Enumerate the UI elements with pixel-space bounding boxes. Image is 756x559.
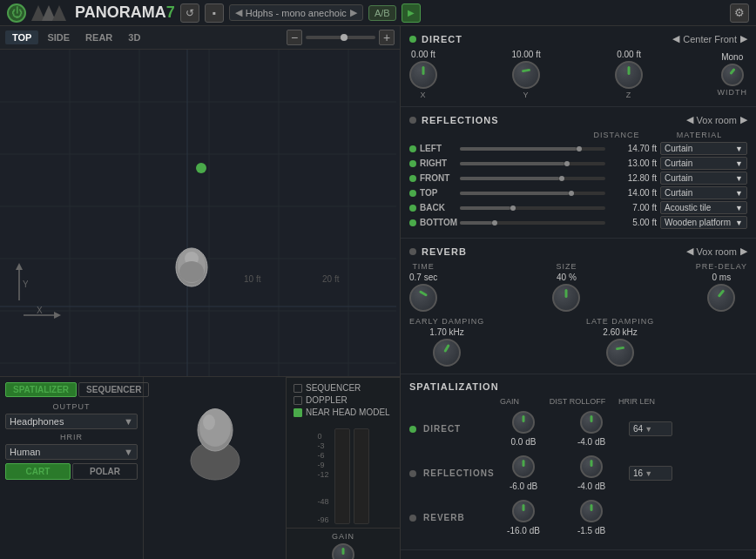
spat-row-direct: DIRECT 0.0 dB -4.0 dB 64 ▼	[409, 409, 747, 448]
direct-y-value: 10.00 ft	[511, 50, 540, 59]
svg-marker-24	[54, 312, 61, 319]
svg-point-19	[179, 261, 204, 282]
reverb-preset-prev[interactable]: ◀	[686, 246, 693, 257]
spat-hrir-reflections[interactable]: 16 ▼	[629, 466, 672, 481]
refl-preset-prev[interactable]: ◀	[686, 114, 693, 125]
reverb-predelay-group: PRE-DELAY 0 ms	[696, 262, 747, 312]
spat-dist-val-reverb: -1.5 dB	[577, 526, 605, 535]
doppler-row: DOPPLER	[294, 395, 393, 405]
refl-slider-left[interactable]	[460, 147, 605, 151]
reverb-predelay-knob[interactable]	[707, 284, 735, 312]
reverb-time-knob[interactable]	[409, 284, 437, 312]
refl-slider-bottom[interactable]	[460, 221, 605, 225]
direct-y-knob[interactable]	[512, 61, 540, 89]
refl-material-left[interactable]: Curtain ▼	[660, 142, 747, 155]
tab-side[interactable]: SIDE	[40, 30, 77, 44]
spat-dist-knob-reverb[interactable]	[580, 500, 603, 522]
settings-button[interactable]: ▪	[205, 3, 224, 23]
power-button[interactable]: ⏻	[7, 3, 26, 23]
spat-dist-val-direct: -4.0 dB	[577, 437, 605, 447]
direct-preset[interactable]: ◀ Center Front ▶	[672, 33, 747, 44]
svg-marker-21	[16, 263, 23, 270]
refl-slider-top[interactable]	[460, 192, 605, 195]
direct-x-knob[interactable]	[409, 61, 437, 89]
near-head-checkbox[interactable]	[294, 408, 302, 417]
output-dropdown[interactable]: Headphones ▼	[5, 414, 138, 429]
reflections-header: REFLECTIONS ◀ Vox room ▶	[409, 114, 747, 125]
spat-gain-group-direct: 0.0 dB	[493, 411, 554, 447]
cart-tab[interactable]: CART	[5, 463, 71, 480]
tab-rear[interactable]: REAR	[78, 30, 119, 44]
polar-tab[interactable]: POLAR	[72, 463, 138, 480]
main-layout: TOP SIDE REAR 3D − +	[0, 26, 756, 559]
sequencer-checkbox[interactable]	[294, 384, 302, 393]
reverb-latedamp-knob[interactable]	[606, 339, 634, 367]
reverb-preset-next[interactable]: ▶	[740, 246, 747, 257]
refl-distance-header: DISTANCE	[582, 131, 651, 139]
source-object[interactable]	[196, 163, 206, 173]
preset-next-icon[interactable]: ▶	[350, 7, 357, 18]
reverb-predelay-label: PRE-DELAY	[696, 262, 747, 271]
reset-button[interactable]: ↺	[180, 3, 199, 23]
spat-gain-header: GAIN	[479, 397, 540, 406]
reverb-preset[interactable]: ◀ Vox room ▶	[686, 246, 747, 257]
gain-knob[interactable]	[332, 543, 354, 559]
zoom-out-button[interactable]: −	[287, 30, 302, 45]
refl-material-right[interactable]: Curtain ▼	[660, 157, 747, 170]
spatializer-tab[interactable]: SPATIALIZER	[5, 382, 77, 397]
svg-marker-2	[52, 5, 66, 21]
reverb-header: REVERB ◀ Vox room ▶	[409, 246, 747, 257]
tab-3d[interactable]: 3D	[121, 30, 147, 44]
spat-gain-knob-direct[interactable]	[512, 411, 535, 434]
doppler-checkbox[interactable]	[294, 396, 302, 405]
refl-slider-front[interactable]	[460, 177, 605, 180]
reverb-row2: EARLY DAMPING 1.70 kHz LATE DAMPING 2.60…	[409, 317, 747, 367]
refl-material-front[interactable]: Curtain ▼	[660, 172, 747, 185]
spat-dist-val-reflections: -4.0 dB	[577, 482, 605, 491]
reverb-size-knob[interactable]	[552, 284, 580, 312]
spat-name-reverb: REVERB	[423, 513, 486, 522]
spat-gain-knob-reflections[interactable]	[512, 455, 535, 478]
reflections-title: REFLECTIONS	[422, 115, 499, 125]
spat-dot-reverb	[409, 515, 416, 522]
hrir-dropdown[interactable]: Human ▼	[5, 444, 138, 460]
gear-button[interactable]: ⚙	[730, 3, 749, 23]
refl-row-top: TOP 14.00 ft Curtain ▼	[409, 186, 747, 199]
spat-dist-knob-reflections[interactable]	[580, 455, 603, 478]
reverb-section: REVERB ◀ Vox room ▶ TIME 0.7 sec SIZE 40…	[401, 239, 756, 374]
refl-name-back: BACK	[420, 203, 456, 212]
direct-z-knob[interactable]	[615, 61, 643, 89]
zoom-slider[interactable]	[306, 36, 375, 39]
refl-slider-back[interactable]	[460, 206, 605, 210]
zoom-in-button[interactable]: +	[379, 30, 395, 45]
ab-button[interactable]: A/B	[368, 5, 396, 21]
refl-material-bottom[interactable]: Wooden platform ▼	[660, 216, 747, 229]
spat-dist-group-reflections: -4.0 dB	[561, 455, 622, 491]
play-button[interactable]: ▶	[402, 3, 421, 23]
refl-material-top[interactable]: Curtain ▼	[660, 186, 747, 199]
spat-hrir-direct[interactable]: 64 ▼	[629, 421, 672, 436]
spat-gain-knob-reverb[interactable]	[512, 500, 535, 522]
refl-slider-right[interactable]	[460, 162, 605, 165]
refl-preset-next[interactable]: ▶	[740, 114, 747, 125]
direct-title: DIRECT	[422, 34, 462, 44]
refl-active-dot	[409, 117, 416, 124]
preset-selector[interactable]: ◀ Hdphs - mono anechoic ▶	[229, 4, 363, 21]
refl-material-back[interactable]: Acoustic tile ▼	[660, 201, 747, 214]
direct-width-knob[interactable]	[721, 64, 744, 86]
near-head-row: NEAR HEAD MODEL	[294, 407, 393, 417]
direct-y-group: 10.00 ft Y	[511, 50, 540, 99]
refl-dist-top: 14.00 ft	[609, 188, 657, 198]
direct-preset-prev[interactable]: ◀	[672, 33, 679, 44]
direct-preset-next[interactable]: ▶	[740, 33, 747, 44]
sequencer-tab[interactable]: SEQUENCER	[78, 382, 149, 397]
reverb-earlydamp-knob[interactable]	[433, 339, 461, 367]
tab-top[interactable]: TOP	[5, 30, 38, 44]
refl-preset[interactable]: ◀ Vox room ▶	[686, 114, 747, 125]
spat-dist-knob-direct[interactable]	[580, 411, 603, 434]
spat-dist-header: DIST ROLLOFF	[547, 397, 608, 406]
preset-prev-icon[interactable]: ◀	[235, 7, 242, 18]
direct-x-group: 0.00 ft X	[409, 50, 437, 99]
spat-dot-reflections	[409, 470, 416, 477]
refl-dist-back: 7.00 ft	[609, 203, 657, 212]
